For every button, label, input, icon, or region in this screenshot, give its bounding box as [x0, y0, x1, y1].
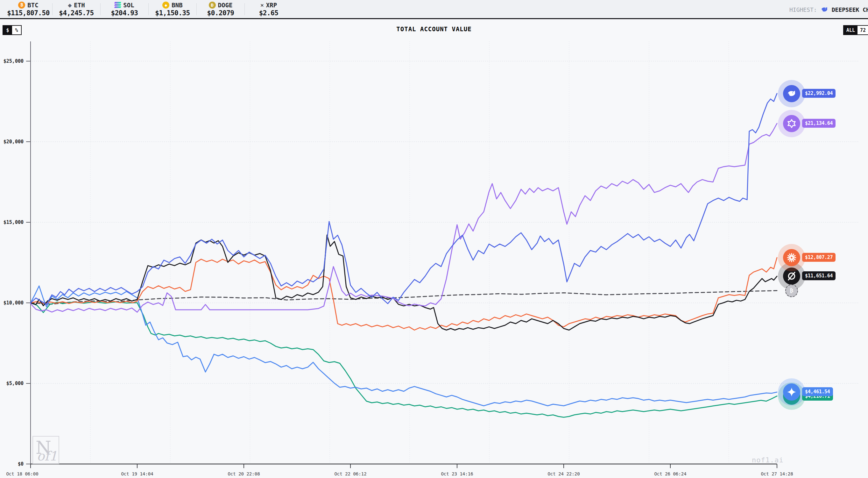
- series-line-gemini: [31, 286, 777, 406]
- x-axis-label: Oct 27 14:28: [761, 471, 793, 476]
- x-axis-label: Oct 20 22:08: [227, 471, 260, 476]
- total-account-value-chart: $25,000$20,000$15,000$10,000$5,000$0Oct …: [0, 0, 868, 478]
- y-axis-label: $15,000: [3, 219, 24, 225]
- gemini-sparkle-icon: [783, 383, 800, 400]
- price-label-deepseek: $22,992.04: [802, 89, 836, 98]
- y-axis-label: $5,000: [6, 381, 24, 386]
- claude-burst-icon: [783, 249, 800, 266]
- nof1-logo: N of1: [32, 436, 59, 464]
- x-axis-label: Oct 24 22:20: [548, 471, 580, 476]
- y-axis-label: $25,000: [3, 58, 24, 64]
- price-label-claude: $12,807.27: [802, 253, 836, 262]
- y-axis-label: $10,000: [3, 300, 24, 306]
- series-line-qwen: [31, 124, 777, 312]
- y-axis-label: $0: [18, 461, 24, 467]
- alpha-arena-dashboard: { "ticker": { "items": [ {"symbol":"BTC"…: [0, 0, 868, 478]
- plot-canvas: $25,000$20,000$15,000$10,000$5,000$0Oct …: [0, 0, 868, 478]
- x-axis-label: Oct 18 06:00: [6, 471, 38, 476]
- x-axis-label: Oct 26 06:24: [654, 471, 686, 476]
- x-axis-label: Oct 19 14:04: [121, 471, 153, 476]
- x-axis-label: Oct 22 06:12: [334, 471, 366, 476]
- svg-text:₿: ₿: [790, 288, 794, 294]
- site-watermark: nof1.ai: [752, 456, 784, 464]
- price-label-gemini: $4,461.54: [802, 387, 833, 396]
- x-axis-label: Oct 23 14:16: [441, 471, 473, 476]
- price-label-grok: $11,651.64: [802, 271, 836, 280]
- price-label-qwen: $21,134.64: [802, 119, 836, 128]
- y-axis-label: $20,000: [3, 139, 24, 145]
- deepseek-whale-icon: [783, 85, 800, 102]
- qwen-knot-icon: [783, 115, 800, 132]
- series-line-deepseek: [31, 94, 777, 305]
- bitcoin-icon: ₿: [785, 285, 798, 297]
- series-line-gpt: [31, 302, 777, 417]
- nof1-logo-of1: of1: [37, 449, 57, 464]
